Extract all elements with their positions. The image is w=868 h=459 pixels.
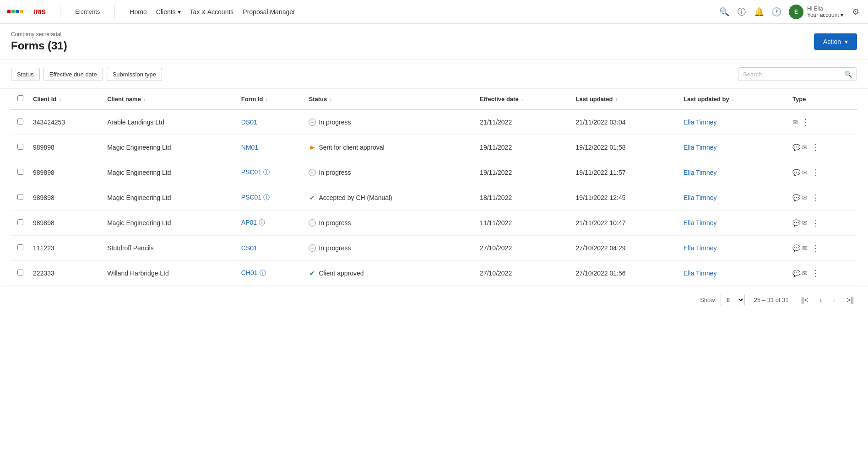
- notifications-icon[interactable]: 🔔: [754, 7, 764, 17]
- more-actions-button[interactable]: ⋮: [809, 192, 821, 204]
- help-icon[interactable]: ⓘ: [737, 7, 747, 17]
- row-checkbox[interactable]: [17, 119, 23, 124]
- history-icon[interactable]: 🕐: [771, 7, 781, 17]
- last-updated-by-link[interactable]: Ella Timney: [684, 194, 716, 201]
- row-checkbox[interactable]: [17, 219, 23, 225]
- nav-clients[interactable]: Clients ▾: [156, 8, 181, 16]
- client-name-cell: Magic Engineering Ltd: [103, 185, 238, 211]
- client-id-cell: 111223: [29, 236, 103, 261]
- avatar: E: [789, 5, 803, 19]
- action-button[interactable]: Action ▾: [814, 33, 857, 50]
- col-client-id[interactable]: Client Id ↕: [29, 89, 103, 109]
- last-updated-by-link[interactable]: Ella Timney: [684, 144, 716, 151]
- row-checkbox[interactable]: [17, 194, 23, 200]
- more-actions-button[interactable]: ⋮: [809, 167, 821, 178]
- email-icon[interactable]: ✉: [802, 194, 808, 201]
- submission-type-filter-button[interactable]: Submission type: [107, 68, 162, 81]
- row-actions: ✉ ⋮: [792, 116, 853, 128]
- table-row: 989898 Magic Engineering Ltd AP01ⓘ − In …: [11, 211, 857, 236]
- info-icon[interactable]: ⓘ: [263, 194, 270, 201]
- status-filter-button[interactable]: Status: [11, 68, 40, 81]
- chat-icon[interactable]: 💬: [792, 144, 800, 151]
- last-updated-cell: 21/11/2022 10:47: [572, 211, 680, 236]
- row-checkbox[interactable]: [17, 144, 23, 150]
- table-row: 343424253 Arable Landings Ltd DS01 − In …: [11, 109, 857, 135]
- more-actions-button[interactable]: ⋮: [809, 141, 821, 153]
- col-last-updated-by[interactable]: Last updated by ↕: [680, 89, 789, 109]
- email-icon[interactable]: ✉: [802, 244, 808, 252]
- per-page-select[interactable]: 8 16 32: [721, 294, 745, 306]
- col-status[interactable]: Status ↕: [305, 89, 476, 109]
- elements-label: Elements: [75, 8, 100, 15]
- email-icon[interactable]: ✉: [802, 169, 808, 176]
- form-id-link[interactable]: NM01: [241, 144, 258, 151]
- more-actions-button[interactable]: ⋮: [809, 267, 821, 279]
- email-icon[interactable]: ✉: [802, 270, 808, 277]
- col-effective-date[interactable]: Effective date ↓: [476, 89, 572, 109]
- more-actions-button[interactable]: ⋮: [800, 116, 812, 128]
- status-cell: − In progress: [305, 109, 476, 135]
- info-icon[interactable]: ⓘ: [259, 219, 265, 226]
- sort-arrow-form-id: ↕: [266, 97, 268, 102]
- info-icon[interactable]: ⓘ: [263, 168, 270, 176]
- client-name-cell: Magic Engineering Ltd: [103, 160, 238, 185]
- settings-icon[interactable]: ⚙: [851, 7, 861, 17]
- chat-icon[interactable]: 💬: [792, 219, 800, 227]
- page-title: Forms (31): [11, 39, 67, 52]
- effective-date-cell: 19/11/2022: [476, 135, 572, 160]
- nav-home[interactable]: Home: [130, 8, 146, 16]
- last-updated-by-link[interactable]: Ella Timney: [684, 119, 716, 126]
- first-page-button[interactable]: ‖<: [798, 294, 811, 306]
- breadcrumb: Company secretarial: [11, 31, 67, 38]
- status-label: In progress: [319, 169, 351, 176]
- status-cell: ✔ Accepted by CH (Manual): [305, 185, 476, 211]
- col-last-updated[interactable]: Last updated ↕: [572, 89, 680, 109]
- select-all-checkbox[interactable]: [17, 95, 23, 101]
- search-input[interactable]: [743, 71, 841, 78]
- last-updated-by-link[interactable]: Ella Timney: [684, 270, 716, 277]
- chat-icon[interactable]: 💬: [792, 169, 800, 176]
- last-updated-by-link[interactable]: Ella Timney: [684, 169, 716, 176]
- form-id-link[interactable]: PSC01: [241, 194, 261, 201]
- email-icon[interactable]: ✉: [792, 119, 798, 126]
- chat-icon[interactable]: 💬: [792, 194, 800, 201]
- next-page-button[interactable]: ›: [830, 294, 838, 306]
- more-actions-button[interactable]: ⋮: [809, 242, 821, 254]
- form-id-link[interactable]: DS01: [241, 119, 257, 126]
- more-actions-button[interactable]: ⋮: [809, 217, 821, 229]
- sort-arrow-status: ↕: [330, 97, 332, 102]
- sort-arrow-client-name: ↕: [144, 97, 146, 102]
- chat-icon[interactable]: 💬: [792, 244, 800, 252]
- iris-logo-text: IRIS: [34, 8, 45, 16]
- effective-due-date-filter-button[interactable]: Effective due date: [43, 68, 103, 81]
- status-icon: ✔: [309, 194, 316, 201]
- row-checkbox[interactable]: [17, 244, 23, 250]
- last-updated-by-link[interactable]: Ella Timney: [684, 244, 716, 252]
- info-icon[interactable]: ⓘ: [260, 269, 266, 276]
- form-id-link[interactable]: PSC01: [241, 168, 261, 176]
- row-checkbox[interactable]: [17, 270, 23, 275]
- user-account-link: Your account ▾: [807, 12, 843, 18]
- chat-icon[interactable]: 💬: [792, 270, 800, 277]
- last-updated-by-link[interactable]: Ella Timney: [684, 219, 716, 227]
- row-checkbox[interactable]: [17, 169, 23, 175]
- email-icon[interactable]: ✉: [802, 144, 808, 151]
- last-page-button[interactable]: >‖: [844, 294, 857, 306]
- status-cell: − In progress: [305, 236, 476, 261]
- nav-tax-accounts[interactable]: Tax & Accounts: [190, 8, 234, 16]
- row-checkbox-cell: [11, 160, 29, 185]
- search-icon[interactable]: 🔍: [719, 7, 729, 17]
- col-form-id[interactable]: Form Id ↕: [238, 89, 305, 109]
- form-id-link[interactable]: CS01: [241, 244, 257, 252]
- form-id-link[interactable]: AP01: [241, 219, 257, 226]
- user-area[interactable]: E Hi Ella Your account ▾: [789, 5, 843, 19]
- nav-proposal-manager[interactable]: Proposal Manager: [243, 8, 295, 16]
- email-icon[interactable]: ✉: [802, 219, 808, 227]
- last-updated-by-cell: Ella Timney: [680, 211, 789, 236]
- client-id-cell: 989898: [29, 185, 103, 211]
- form-id-link[interactable]: CH01: [241, 269, 258, 276]
- nav-divider: [60, 5, 60, 18]
- status-label: In progress: [319, 244, 351, 252]
- col-client-name[interactable]: Client name ↕: [103, 89, 238, 109]
- prev-page-button[interactable]: ‹: [817, 294, 825, 306]
